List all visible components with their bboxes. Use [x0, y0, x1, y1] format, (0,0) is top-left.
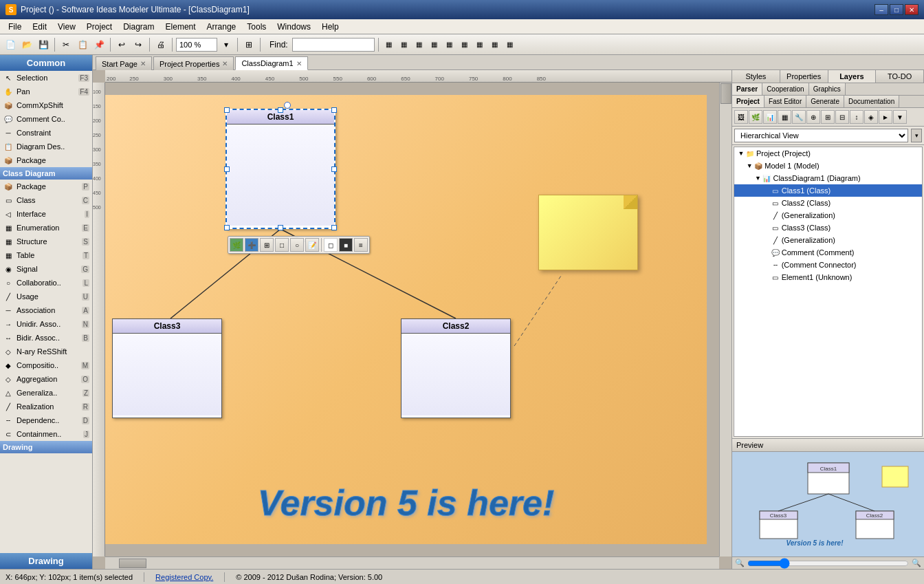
menu-item-project[interactable]: Project: [81, 21, 118, 33]
tool-item-association[interactable]: ─ Association A: [0, 303, 92, 317]
status-link[interactable]: Registered Copy.: [155, 573, 213, 581]
handle-bl[interactable]: [224, 225, 230, 230]
right-sub-tab-fast-editor[interactable]: Fast Editor: [764, 96, 806, 107]
tool-item-interface[interactable]: ◁ Interface I: [0, 207, 92, 221]
close-button[interactable]: ✕: [905, 4, 918, 15]
right-tab-to-do[interactable]: TO-DO: [876, 70, 924, 83]
canvas-container[interactable]: 200 250 300 350 400 450 500 550 600 650 …: [93, 70, 732, 569]
panel-header-common[interactable]: Common: [0, 55, 92, 71]
rt-btn7[interactable]: ⊞: [821, 110, 835, 124]
tool-item-selection[interactable]: ↖ Selection F3: [0, 71, 92, 85]
tool-item-n-ary-resshift[interactable]: ◇ N-ary ReSShift: [0, 345, 92, 358]
tab-close-btn[interactable]: ✕: [140, 60, 146, 67]
qt-btn-green[interactable]: 🌿: [230, 238, 243, 252]
tree-item-0[interactable]: ▼📁Project (Project): [734, 147, 922, 160]
tab-close-btn[interactable]: ✕: [222, 60, 228, 67]
rt-btn5[interactable]: 🔧: [792, 110, 806, 124]
menu-item-help[interactable]: Help: [316, 21, 344, 33]
hier-dropdown-btn[interactable]: ▾: [911, 129, 922, 142]
save-button[interactable]: 💾: [36, 37, 51, 52]
tree-toggle[interactable]: [762, 199, 771, 207]
tool-item-diagram-des-[interactable]: 📋 Diagram Des..: [0, 140, 92, 153]
zoom-dropdown[interactable]: ▾: [219, 37, 234, 52]
qt-btn-white[interactable]: ◻: [324, 238, 338, 252]
format-btn8[interactable]: ▦: [488, 38, 502, 52]
tree-toggle[interactable]: ▼: [737, 149, 745, 158]
right-tab-styles[interactable]: Styles: [732, 70, 780, 83]
menu-item-edit[interactable]: Edit: [27, 21, 52, 33]
tool-item-signal[interactable]: ◉ Signal G: [0, 262, 92, 276]
maximize-button[interactable]: □: [890, 4, 903, 15]
format-btn1[interactable]: ▦: [382, 38, 396, 52]
tree-toggle[interactable]: [762, 273, 771, 281]
zoom-in-icon[interactable]: 🔍: [912, 559, 921, 567]
class2-diagram[interactable]: Class2: [401, 318, 511, 418]
tool-item-usage[interactable]: ╱ Usage U: [0, 290, 92, 303]
h-scrollbar[interactable]: [105, 556, 719, 569]
tree-toggle[interactable]: [762, 186, 771, 195]
right-bottom-tab-cooperation[interactable]: Cooperation: [762, 83, 808, 95]
tree-item-10[interactable]: ▭Element1 (Unknown): [734, 271, 922, 283]
rt-btn8[interactable]: ⊟: [835, 110, 849, 124]
zoom-slider[interactable]: [747, 559, 909, 567]
right-sub-tab-project[interactable]: Project: [732, 96, 764, 107]
tree-item-9[interactable]: ╌(Comment Connector): [734, 259, 922, 271]
format-btn3[interactable]: ▦: [412, 38, 426, 52]
class1-diagram[interactable]: Class1: [226, 109, 336, 229]
tool-item-package[interactable]: 📦 Package P: [0, 180, 92, 193]
format-btn5[interactable]: ▦: [443, 38, 456, 52]
format-btn6[interactable]: ▦: [458, 38, 472, 52]
tool-item-collaboratio-[interactable]: ○ Collaboratio.. L: [0, 276, 92, 290]
rt-btn11[interactable]: ►: [879, 110, 892, 124]
tree-toggle[interactable]: [762, 224, 771, 232]
sticky-note[interactable]: [538, 195, 638, 270]
diagram-canvas[interactable]: Class1: [105, 95, 707, 544]
right-bottom-tab-graphics[interactable]: Graphics: [809, 83, 846, 95]
qt-btn-lines[interactable]: ≡: [354, 238, 368, 252]
tree-toggle[interactable]: ▼: [745, 162, 754, 170]
menu-item-diagram[interactable]: Diagram: [118, 21, 160, 33]
menu-item-element[interactable]: Element: [160, 21, 201, 33]
section-header-drawing[interactable]: Drawing: [0, 441, 92, 453]
v-scrollbar[interactable]: [719, 83, 732, 556]
qt-btn-grid[interactable]: ⊞: [260, 238, 274, 252]
tool-item-table[interactable]: ▦ Table T: [0, 248, 92, 262]
fit-button[interactable]: ⊞: [241, 37, 256, 52]
tab-start-page[interactable]: Start Page✕: [96, 56, 152, 70]
right-bottom-tab-parser[interactable]: Parser: [732, 83, 762, 95]
qt-btn-box[interactable]: □: [275, 238, 289, 252]
new-button[interactable]: 📄: [3, 37, 18, 52]
menu-item-windows[interactable]: Windows: [272, 21, 316, 33]
tab-project-properties[interactable]: Project Properties✕: [153, 56, 234, 70]
tool-item-structure[interactable]: ▦ Structure S: [0, 235, 92, 248]
tab-close-btn[interactable]: ✕: [296, 60, 302, 67]
format-btn9[interactable]: ▦: [503, 38, 517, 52]
copy-button[interactable]: 📋: [75, 37, 90, 52]
tree-item-4[interactable]: ▭Class2 (Class): [734, 197, 922, 209]
tool-item-generaliza-[interactable]: △ Generaliza.. Z: [0, 386, 92, 400]
rt-btn2[interactable]: 🌿: [749, 110, 762, 124]
rt-btn10[interactable]: ◈: [864, 110, 878, 124]
right-sub-tab-generate[interactable]: Generate: [806, 96, 844, 107]
right-tab-properties[interactable]: Properties: [780, 70, 828, 83]
find-input[interactable]: [292, 38, 375, 52]
right-tab-layers[interactable]: Layers: [828, 70, 877, 83]
menu-item-arrange[interactable]: Arrange: [201, 21, 242, 33]
format-btn2[interactable]: ▦: [397, 38, 411, 52]
qt-btn-black[interactable]: ■: [339, 238, 353, 252]
rt-btn12[interactable]: ▼: [893, 110, 907, 124]
tree-item-1[interactable]: ▼📦Model 1 (Model): [734, 160, 922, 172]
zoom-out-icon[interactable]: 🔍: [735, 559, 745, 567]
tree-toggle[interactable]: [762, 236, 771, 244]
open-button[interactable]: 📂: [19, 37, 34, 52]
tool-item-bidir-assoc-[interactable]: ↔ Bidir. Assoc.. B: [0, 331, 92, 345]
rt-btn9[interactable]: ↕: [850, 110, 864, 124]
h-scroll-thumb[interactable]: [119, 559, 146, 568]
menu-item-view[interactable]: View: [52, 21, 81, 33]
undo-button[interactable]: ↩: [114, 37, 129, 52]
right-sub-tab-documentation[interactable]: Documentation: [844, 96, 899, 107]
paste-button[interactable]: 📌: [91, 37, 107, 52]
diagram-handle-top[interactable]: [284, 102, 291, 109]
handle-mr[interactable]: [331, 166, 337, 172]
section-header-class-diagram[interactable]: Class Diagram: [0, 167, 92, 180]
